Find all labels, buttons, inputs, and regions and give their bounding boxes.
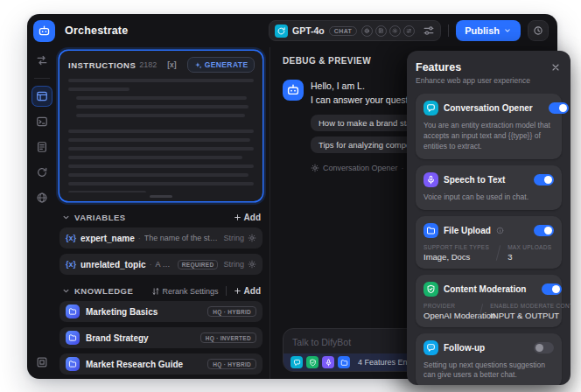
rail-exchange-icon[interactable] <box>32 51 52 70</box>
content-moderation-icon <box>424 282 438 297</box>
required-badge: REQUIRED <box>178 260 219 270</box>
close-icon[interactable] <box>550 61 562 74</box>
mic-icon <box>322 356 334 368</box>
feature-field-value: 3 <box>508 252 551 262</box>
variable-name: unrelated_topic <box>80 260 145 270</box>
feature-card: Follow-upSetting up next questions sugge… <box>416 333 562 385</box>
plus-icon <box>234 287 242 295</box>
variable-type: String <box>223 260 244 269</box>
feature-field-label: ENABLED MODERATE CONTENT <box>490 303 554 309</box>
feature-name: Content Moderation <box>444 284 526 294</box>
features-drawer: Features Enhance web app user experience… <box>407 51 570 385</box>
feature-description: Setting up next questions suggestion can… <box>424 360 554 382</box>
redacted-text-line <box>68 88 130 91</box>
capability-globe-icon <box>361 25 373 37</box>
feature-field-value: INPUT & OUTPUT <box>490 311 554 320</box>
feature-toggle[interactable] <box>534 174 554 186</box>
add-variable-button[interactable]: Add <box>234 213 261 222</box>
left-icon-rail <box>27 47 56 379</box>
variables-title: VARIABLES <box>74 213 126 222</box>
sparkle-icon <box>194 61 202 69</box>
feature-toggle[interactable] <box>534 225 554 236</box>
feature-name: File Upload <box>444 226 491 235</box>
redacted-text-line <box>68 164 254 168</box>
variable-description: The name of the strategic consulting... <box>144 234 219 242</box>
add-knowledge-button[interactable]: Add <box>234 286 261 296</box>
redacted-text-line <box>68 156 242 159</box>
variable-row[interactable]: {x}unrelated_topic·A placeholder for top… <box>60 254 262 275</box>
variable-settings-icon[interactable] <box>248 260 256 269</box>
variable-row[interactable]: {x}expert_name·The name of the strategic… <box>60 228 262 248</box>
variable-settings-icon[interactable] <box>248 234 256 242</box>
rail-api-terminal-icon[interactable] <box>32 112 52 131</box>
instructions-title: INSTRUCTIONS <box>68 60 136 70</box>
feature-field-label: SUPPORT FILE TYPES <box>424 244 489 250</box>
knowledge-row[interactable]: Market Research GuideHQ · HYBRID <box>60 354 262 374</box>
knowledge-folder-icon <box>66 331 80 345</box>
feature-card: Content ModerationPROVIDEROpenAI Moderat… <box>416 275 562 327</box>
file-upload-icon <box>424 223 438 238</box>
capability-tool-icon <box>389 25 401 37</box>
conversation-opener-icon <box>424 101 438 116</box>
feature-card: Conversation OpenerYou are an entity ext… <box>416 94 562 159</box>
resize-handle[interactable] <box>150 195 172 198</box>
redacted-text-line <box>76 96 247 100</box>
moderation-icon <box>306 356 318 368</box>
feature-description: You are an entity extraction model that … <box>424 121 554 152</box>
variables-header: VARIABLES Add <box>58 210 264 228</box>
knowledge-name: Marketing Basics <box>86 307 207 317</box>
knowledge-header: KNOWLEDGE Rerank Settings Add <box>58 284 264 301</box>
speech-to-text-icon <box>424 172 438 187</box>
publish-label: Publish <box>465 25 500 36</box>
capability-audio-icon <box>403 25 415 37</box>
knowledge-title: KNOWLEDGE <box>74 286 133 296</box>
model-parameters-icon[interactable] <box>423 24 435 37</box>
knowledge-mode-badge: HQ · INVERTED <box>200 332 256 343</box>
feature-card: Speech to TextVoice input can be used in… <box>416 165 562 210</box>
info-icon[interactable] <box>496 227 504 234</box>
rerank-settings-button[interactable]: Rerank Settings <box>151 287 219 296</box>
knowledge-row[interactable]: Marketing BasicsHQ · HYBRID <box>60 301 262 322</box>
knowledge-name: Market Research Guide <box>86 360 207 369</box>
model-selector[interactable]: GPT-4o CHAT <box>269 20 441 41</box>
rail-orchestrate-icon[interactable] <box>32 87 52 106</box>
feature-field-value: OpenAI Moderation <box>424 311 472 320</box>
knowledge-mode-badge: HQ · HYBRID <box>207 306 256 317</box>
redacted-text-line <box>68 182 254 186</box>
rail-logs-icon[interactable] <box>32 137 52 157</box>
feature-name: Conversation Opener <box>444 103 533 113</box>
redacted-text-line <box>68 191 146 192</box>
feature-toggle[interactable] <box>542 284 562 295</box>
rail-frame-icon[interactable] <box>32 353 52 372</box>
knowledge-folder-icon <box>66 357 80 371</box>
instructions-panel[interactable]: INSTRUCTIONS 2182 [x] GENERATE <box>60 51 262 201</box>
version-history-icon[interactable] <box>528 20 549 41</box>
feature-toggle[interactable] <box>549 102 569 114</box>
chevron-down-icon[interactable] <box>61 286 71 296</box>
top-bar: Orchestrate GPT-4o CHAT Publish <box>27 14 557 47</box>
opener-label: Conversation Opener <box>323 164 398 172</box>
chat-icon <box>290 356 303 368</box>
rail-refresh-icon[interactable] <box>32 163 52 182</box>
config-panel: INSTRUCTIONS 2182 [x] GENERATE <box>56 47 270 379</box>
redacted-text-line <box>68 130 254 133</box>
generate-button[interactable]: GENERATE <box>187 57 256 73</box>
knowledge-name: Brand Strategy <box>86 333 200 343</box>
publish-button[interactable]: Publish <box>456 20 521 41</box>
redacted-text-line <box>68 147 254 150</box>
app-title: Orchestrate <box>65 24 128 37</box>
instructions-textarea[interactable] <box>68 79 254 192</box>
gear-icon <box>311 164 319 172</box>
knowledge-row[interactable]: Brand StrategyHQ · INVERTED <box>60 327 262 348</box>
feature-toggle[interactable] <box>534 342 554 354</box>
redacted-text-line <box>76 114 245 117</box>
model-provider-icon <box>275 24 288 38</box>
insert-variable-icon[interactable]: [x] <box>167 60 176 69</box>
chevron-down-icon[interactable] <box>61 213 71 222</box>
plus-icon <box>234 214 242 221</box>
variable-name: expert_name <box>80 234 135 243</box>
rail-globe-icon[interactable] <box>32 188 52 207</box>
feature-field-value: Image, Docs <box>424 252 489 262</box>
follow-up-icon <box>424 340 438 355</box>
knowledge-folder-icon <box>66 304 80 318</box>
